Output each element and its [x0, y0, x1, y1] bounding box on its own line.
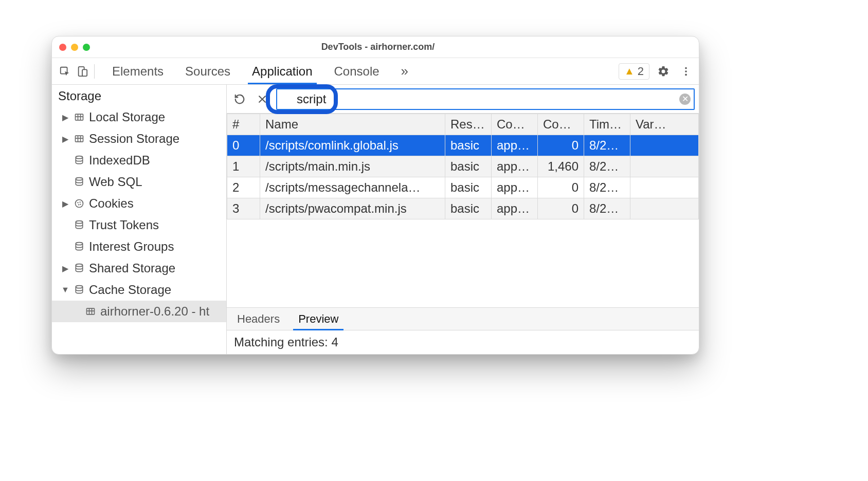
sidebar-item-label: Local Storage — [89, 110, 165, 124]
chevron-right-icon[interactable]: ▶ — [61, 264, 69, 273]
warnings-chip[interactable]: ▲ 2 — [619, 63, 649, 80]
cell-content_type: app… — [492, 177, 538, 198]
inspect-element-icon[interactable] — [56, 63, 74, 80]
table-row[interactable]: 3/scripts/pwacompat.min.jsbasicapp…08/2… — [227, 198, 699, 219]
warning-count: 2 — [638, 65, 644, 78]
svg-point-10 — [76, 200, 83, 208]
refresh-icon[interactable] — [231, 90, 248, 108]
tab-sources[interactable]: Sources — [184, 59, 231, 84]
col-response[interactable]: Res… — [445, 114, 492, 135]
cell-idx: 1 — [227, 156, 260, 177]
subtab-preview[interactable]: Preview — [296, 308, 340, 330]
svg-point-8 — [76, 156, 82, 159]
status-bar: Matching entries: 4 — [227, 330, 699, 354]
cell-name: /scripts/pwacompat.min.js — [260, 198, 445, 219]
cell-idx: 2 — [227, 177, 260, 198]
cell-name: /scripts/messagechannela… — [260, 177, 445, 198]
main-toolbar: Elements Sources Application Console » ▲… — [52, 58, 699, 85]
sidebar-item-cache-storage[interactable]: ▼Cache Storage — [52, 279, 226, 301]
panel-tabs: Elements Sources Application Console » — [111, 58, 409, 84]
col-vary[interactable]: Var… — [630, 114, 699, 135]
cell-content_length: 0 — [538, 177, 584, 198]
delete-entry-icon[interactable] — [254, 90, 271, 108]
sidebar-section-title: Storage — [52, 85, 226, 106]
more-tabs-button[interactable]: » — [400, 58, 409, 84]
col-content-type[interactable]: Co… — [492, 114, 538, 135]
storage-sidebar: Storage ▶Local Storage▶Session Storage▶I… — [52, 85, 227, 354]
settings-icon[interactable] — [655, 63, 672, 80]
filter-input-wrap: ✕ — [276, 88, 695, 110]
cell-response: basic — [445, 156, 492, 177]
device-toolbar-icon[interactable] — [74, 63, 91, 80]
svg-point-5 — [685, 73, 687, 76]
table-row[interactable]: 0/scripts/comlink.global.jsbasicapp…08/2… — [227, 135, 699, 156]
sidebar-item-local-storage[interactable]: ▶Local Storage — [52, 106, 226, 128]
chevron-right-icon[interactable]: ▶ — [61, 113, 69, 122]
cell-content_type: app… — [492, 198, 538, 219]
filter-toolbar: ✕ — [227, 85, 699, 114]
svg-rect-2 — [82, 69, 87, 76]
cell-vary — [630, 135, 699, 156]
svg-point-14 — [80, 204, 81, 205]
svg-point-17 — [76, 264, 82, 267]
storage-tree: ▶Local Storage▶Session Storage▶IndexedDB… — [52, 106, 226, 354]
col-index[interactable]: # — [227, 114, 260, 135]
sidebar-item-label: Web SQL — [89, 175, 142, 189]
table-header-row: # Name Res… Co… Co… Tim… Var… — [227, 114, 699, 135]
sidebar-item-label: Interest Groups — [89, 239, 174, 254]
preview-subtabs: Headers Preview — [227, 308, 699, 330]
sidebar-item-airhorner-0-6-20-ht[interactable]: airhorner-0.6.20 - ht — [52, 301, 226, 322]
db-icon — [74, 176, 85, 188]
cache-storage-panel: ✕ # Name Res… Co… Co… Ti — [227, 85, 699, 354]
tab-console[interactable]: Console — [333, 59, 381, 84]
sidebar-item-interest-groups[interactable]: ▶Interest Groups — [52, 236, 226, 257]
cell-content_type: app… — [492, 135, 538, 156]
sidebar-item-label: airhorner-0.6.20 - ht — [100, 304, 209, 319]
sidebar-item-shared-storage[interactable]: ▶Shared Storage — [52, 257, 226, 279]
cell-response: basic — [445, 198, 492, 219]
table-icon — [85, 306, 96, 317]
clear-filter-icon[interactable]: ✕ — [679, 94, 691, 105]
cell-time: 8/2… — [584, 135, 630, 156]
cell-idx: 3 — [227, 198, 260, 219]
devtools-window: DevTools - airhorner.com/ Elements Sourc… — [51, 36, 699, 355]
svg-point-4 — [685, 70, 687, 72]
cell-response: basic — [445, 135, 492, 156]
col-name[interactable]: Name — [260, 114, 445, 135]
cell-response: basic — [445, 177, 492, 198]
col-content-length[interactable]: Co… — [538, 114, 584, 135]
sidebar-item-cookies[interactable]: ▶Cookies — [52, 193, 226, 214]
sidebar-item-label: Cache Storage — [89, 283, 171, 297]
cell-time: 8/2… — [584, 156, 630, 177]
cell-vary — [630, 156, 699, 177]
cell-content_length: 0 — [538, 198, 584, 219]
cell-time: 8/2… — [584, 177, 630, 198]
sidebar-item-trust-tokens[interactable]: ▶Trust Tokens — [52, 214, 226, 236]
sidebar-item-indexeddb[interactable]: ▶IndexedDB — [52, 150, 226, 171]
matching-entries-text: Matching entries: 4 — [234, 335, 338, 349]
subtab-headers[interactable]: Headers — [235, 308, 282, 330]
window-title: DevTools - airhorner.com/ — [64, 42, 692, 52]
filter-input[interactable] — [296, 91, 679, 107]
svg-point-16 — [76, 243, 82, 245]
table-row[interactable]: 1/scripts/main.min.jsbasicapp…1,4608/2… — [227, 156, 699, 177]
cell-vary — [630, 198, 699, 219]
kebab-menu-icon[interactable] — [677, 63, 695, 80]
sidebar-item-session-storage[interactable]: ▶Session Storage — [52, 128, 226, 150]
sidebar-item-web-sql[interactable]: ▶Web SQL — [52, 171, 226, 193]
tab-elements[interactable]: Elements — [111, 59, 165, 84]
svg-point-12 — [80, 201, 81, 202]
chevron-right-icon[interactable]: ▶ — [61, 134, 69, 144]
tab-application[interactable]: Application — [251, 59, 313, 84]
table-icon — [74, 112, 85, 123]
chevron-down-icon[interactable]: ▼ — [61, 285, 69, 294]
db-icon — [74, 263, 85, 274]
col-time-cached[interactable]: Tim… — [584, 114, 630, 135]
toolbar-separator — [94, 64, 95, 79]
svg-point-15 — [76, 221, 82, 224]
table-row[interactable]: 2/scripts/messagechannela…basicapp…08/2… — [227, 177, 699, 198]
sidebar-item-label: Shared Storage — [89, 261, 175, 275]
sidebar-item-label: IndexedDB — [89, 153, 150, 168]
cell-vary — [630, 177, 699, 198]
chevron-right-icon[interactable]: ▶ — [61, 199, 69, 209]
